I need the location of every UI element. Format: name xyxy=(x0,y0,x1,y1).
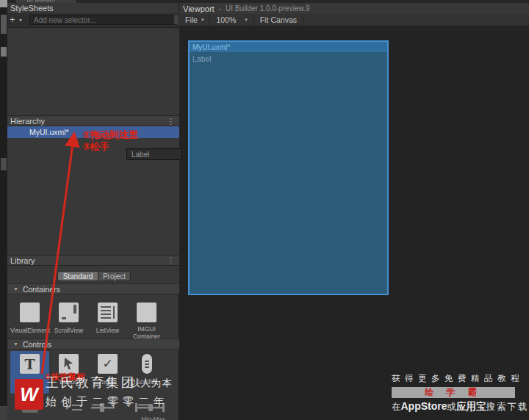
library-item-imgui-container[interactable]: IMGUI Container xyxy=(127,300,166,341)
tile-label: VisualElement xyxy=(10,327,49,334)
new-selector-input[interactable] xyxy=(29,15,176,25)
cursor-icon xyxy=(59,354,79,374)
visualelement-icon xyxy=(20,303,40,322)
hierarchy-title: Hierarchy xyxy=(7,117,45,126)
stylesheets-toolbar: + ▾ xyxy=(7,13,179,28)
annotation-step1: ①按住鼠标 xyxy=(44,372,85,383)
t-glyph: T xyxy=(24,356,35,372)
controls-grid: T Label Button ✓ Toggle xyxy=(7,350,179,420)
scrollbar-stub[interactable] xyxy=(174,15,179,24)
library-header: Library ⋮ xyxy=(7,255,179,266)
label-control-icon: T xyxy=(20,354,40,374)
scroller-icon xyxy=(142,354,152,374)
library-item-visualelement[interactable]: VisualElement xyxy=(10,300,49,341)
drag-ghost-label: Label xyxy=(127,151,149,159)
annotation-step3: ③松手 xyxy=(82,140,109,153)
canvas-label-element[interactable]: Label xyxy=(192,54,212,63)
tile-label: Scroller xyxy=(127,378,166,385)
design-canvas[interactable]: MyUI.uxml* Label xyxy=(188,40,389,295)
scrollview-icon xyxy=(59,303,79,322)
viewport-toolbar: File ▾ 100% ▾ Fit Canvas xyxy=(179,14,529,26)
add-selector-dropdown-icon[interactable]: ▾ xyxy=(19,17,22,23)
file-menu-button[interactable]: File ▾ xyxy=(179,14,210,26)
viewport-subtitle: UI Builder 1.0.0-preview.9 xyxy=(226,4,310,12)
canvas-header[interactable]: MyUI.uxml* xyxy=(190,42,387,52)
editor-left-strip xyxy=(0,0,7,420)
fit-canvas-label: Fit Canvas xyxy=(260,15,297,24)
slider-icon[interactable] xyxy=(90,400,116,416)
file-menu-label: File xyxy=(185,15,198,24)
foldout-caret-icon: ▼ xyxy=(13,286,18,292)
chevron-down-icon: ▾ xyxy=(245,17,248,23)
foldout-icon[interactable] xyxy=(63,399,85,416)
zoom-value: 100% xyxy=(216,15,236,24)
tile-label: Toggle xyxy=(88,378,127,385)
hierarchy-item-label: MyUI.uxml* xyxy=(7,128,69,137)
tile-label: IMGUI Container xyxy=(127,325,166,340)
textfield-icon[interactable] xyxy=(22,402,38,413)
library-title: Library xyxy=(7,256,35,265)
viewport-title: Viewport xyxy=(179,4,215,13)
fit-canvas-button[interactable]: Fit Canvas xyxy=(254,14,303,26)
stylesheets-title: StyleSheets xyxy=(7,4,54,12)
zoom-dropdown[interactable]: 100% ▾ xyxy=(210,14,253,26)
foldout-caret-icon: ▼ xyxy=(13,341,18,347)
viewport-panel: Viewport - UI Builder 1.0.0-preview.9 Fi… xyxy=(179,3,529,420)
tile-label: ScrollView xyxy=(49,327,88,334)
strip-block xyxy=(1,158,7,170)
drag-ghost: Label xyxy=(126,148,182,160)
library-item-listview[interactable]: ListView xyxy=(88,300,127,341)
tile-label: ListView xyxy=(88,327,127,334)
controls-foldout-label: Controls xyxy=(23,340,51,349)
ui-builder-window: UI Builder StyleSheets + ▾ Hierarchy ⋮ M… xyxy=(0,0,529,420)
minmax-label: Min-Max xyxy=(134,416,173,420)
chevron-down-icon: ▾ xyxy=(201,17,204,23)
library-tab-bar: Standard Project xyxy=(7,266,179,283)
checkmark-icon: ✓ xyxy=(98,354,118,374)
imgui-container-icon xyxy=(137,303,156,322)
containers-foldout[interactable]: ▼ Containers xyxy=(7,283,179,294)
containers-foldout-label: Containers xyxy=(23,285,60,294)
add-selector-button[interactable]: + xyxy=(10,15,15,25)
partial-row: Min-Max xyxy=(7,397,179,420)
stylesheets-header: StyleSheets xyxy=(7,3,179,13)
library-item-scrollview[interactable]: ScrollView xyxy=(49,300,88,341)
tab-standard[interactable]: Standard xyxy=(57,271,98,281)
canvas-doc-title: MyUI.uxml* xyxy=(190,43,230,51)
controls-foldout[interactable]: ▼ Controls xyxy=(7,338,179,350)
strip-block xyxy=(1,47,7,57)
library-item-toggle[interactable]: ✓ Toggle xyxy=(88,351,127,392)
hierarchy-menu-icon[interactable]: ⋮ xyxy=(167,117,175,126)
left-panel: StyleSheets + ▾ Hierarchy ⋮ MyUI.uxml* L… xyxy=(7,3,179,420)
check-glyph: ✓ xyxy=(102,356,112,372)
listview-icon xyxy=(98,303,118,322)
minmax-slider-icon[interactable] xyxy=(134,400,166,416)
viewport-header: Viewport - UI Builder 1.0.0-preview.9 xyxy=(179,3,529,15)
strip-block xyxy=(1,15,7,34)
hierarchy-header: Hierarchy ⋮ xyxy=(7,115,179,126)
tab-project[interactable]: Project xyxy=(98,271,131,281)
library-menu-icon[interactable]: ⋮ xyxy=(167,256,175,266)
containers-grid: VisualElement ScrollView ListView xyxy=(7,297,179,341)
library-item-scroller[interactable]: Scroller xyxy=(127,351,166,392)
stylesheets-body xyxy=(7,28,179,118)
viewport-separator: - xyxy=(215,4,226,12)
strip-block xyxy=(0,406,7,420)
